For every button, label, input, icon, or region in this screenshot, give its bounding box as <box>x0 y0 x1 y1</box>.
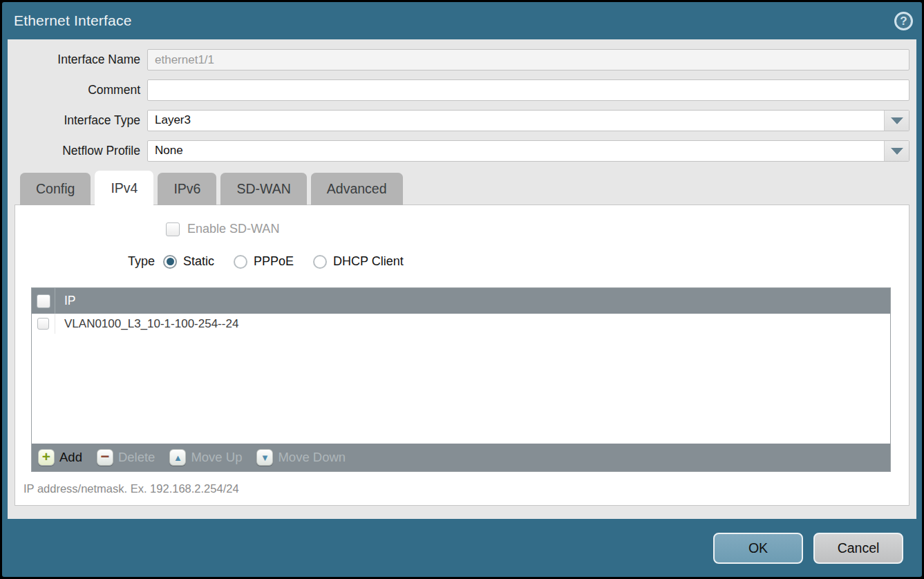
chevron-down-icon <box>891 148 903 155</box>
dialog-title: Ethernet Interface <box>14 12 132 29</box>
arrow-down-glyph: ▼ <box>261 453 270 462</box>
delete-button[interactable]: − Delete <box>97 449 155 466</box>
interface-name-input <box>147 49 909 70</box>
radio-dhcp-client-label: DHCP Client <box>333 254 404 269</box>
netflow-profile-row: Netflow Profile None <box>15 140 909 162</box>
help-icon[interactable]: ? <box>894 12 913 30</box>
tab-ipv6[interactable]: IPv6 <box>158 173 216 205</box>
chevron-down-icon <box>891 117 903 124</box>
question-mark-glyph: ? <box>900 15 907 28</box>
type-label: Type <box>128 254 155 269</box>
plus-glyph: + <box>42 450 50 464</box>
select-all-checkbox[interactable] <box>37 294 50 308</box>
netflow-profile-value: None <box>148 141 884 161</box>
ip-column-header: IP <box>55 294 76 308</box>
netflow-profile-dropdown-button[interactable] <box>884 141 909 161</box>
netflow-profile-dropdown[interactable]: None <box>147 140 909 162</box>
ip-format-hint: IP address/netmask. Ex. 192.168.2.254/24 <box>23 482 909 495</box>
radio-dhcp-client[interactable] <box>313 255 327 269</box>
ok-button[interactable]: OK <box>713 533 803 564</box>
select-all-cell <box>32 288 55 314</box>
minus-icon: − <box>97 449 113 466</box>
type-radio-row: Type Static PPPoE DHCP Client <box>128 254 909 269</box>
tab-ipv4[interactable]: IPv4 <box>95 171 153 205</box>
dialog-titlebar: Ethernet Interface ? <box>2 2 922 39</box>
ip-address-table: IP VLAN0100_L3_10-1-100-254--24 + Add <box>31 287 891 472</box>
netflow-profile-label: Netflow Profile <box>15 144 147 158</box>
ip-table-header: IP <box>32 288 890 314</box>
dialog-footer: OK Cancel <box>2 519 922 577</box>
comment-row: Comment <box>15 79 909 101</box>
ipv4-tab-panel: Enable SD-WAN Type Static PPPoE DHCP Cli… <box>15 205 909 506</box>
row-select-cell <box>32 314 55 334</box>
arrow-up-icon: ▲ <box>169 449 186 466</box>
add-button[interactable]: + Add <box>38 449 82 466</box>
comment-input[interactable] <box>147 79 909 101</box>
minus-glyph: − <box>100 450 109 464</box>
netflow-profile-field-wrap: None <box>147 140 909 162</box>
arrow-up-glyph: ▲ <box>173 453 182 462</box>
plus-icon: + <box>38 449 55 466</box>
radio-pppoe-label: PPPoE <box>254 254 294 269</box>
radio-dot <box>167 258 174 265</box>
add-button-label: Add <box>59 450 82 465</box>
tab-advanced[interactable]: Advanced <box>311 173 403 205</box>
ethernet-interface-dialog: Ethernet Interface ? Interface Name Comm… <box>2 2 922 577</box>
dialog-content: Interface Name Comment Interface Type La… <box>8 39 916 519</box>
enable-sdwan-row: Enable SD-WAN <box>15 205 909 236</box>
arrow-down-icon: ▼ <box>256 449 273 466</box>
tab-bar: Config IPv4 IPv6 SD-WAN Advanced <box>20 171 909 205</box>
screen: Ethernet Interface ? Interface Name Comm… <box>0 0 924 579</box>
comment-field-wrap <box>147 79 909 101</box>
move-up-button[interactable]: ▲ Move Up <box>169 449 242 466</box>
interface-name-row: Interface Name <box>15 49 909 70</box>
table-row[interactable]: VLAN0100_L3_10-1-100-254--24 <box>32 314 890 334</box>
row-checkbox[interactable] <box>37 318 49 330</box>
move-down-button[interactable]: ▼ Move Down <box>256 449 346 466</box>
enable-sdwan-checkbox[interactable] <box>166 222 180 236</box>
interface-type-dropdown[interactable]: Layer3 <box>147 110 909 131</box>
interface-type-label: Interface Type <box>15 113 147 128</box>
interface-name-label: Interface Name <box>15 53 147 67</box>
tab-sdwan[interactable]: SD-WAN <box>220 173 306 205</box>
ip-cell-value: VLAN0100_L3_10-1-100-254--24 <box>55 317 238 331</box>
tab-config[interactable]: Config <box>20 173 91 205</box>
radio-static[interactable] <box>163 255 177 269</box>
interface-type-field-wrap: Layer3 <box>147 110 909 131</box>
table-toolbar: + Add − Delete ▲ Move Up ▼ <box>32 444 890 471</box>
move-up-button-label: Move Up <box>191 450 242 465</box>
delete-button-label: Delete <box>118 450 155 465</box>
radio-static-label: Static <box>183 254 214 269</box>
interface-name-field-wrap <box>147 49 909 70</box>
interface-type-row: Interface Type Layer3 <box>15 110 909 131</box>
comment-label: Comment <box>15 83 147 97</box>
radio-pppoe[interactable] <box>234 255 247 269</box>
table-empty-area <box>32 334 890 444</box>
enable-sdwan-label: Enable SD-WAN <box>187 222 279 236</box>
interface-type-dropdown-button[interactable] <box>884 111 909 131</box>
cancel-button[interactable]: Cancel <box>813 533 903 564</box>
interface-type-value: Layer3 <box>148 111 884 131</box>
move-down-button-label: Move Down <box>278 450 346 465</box>
